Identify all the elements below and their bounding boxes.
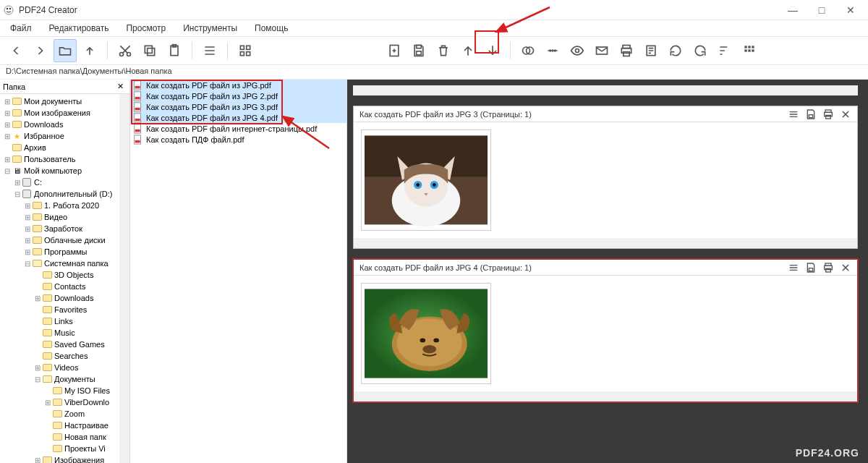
- tree-item[interactable]: Zoom: [0, 408, 129, 420]
- doc-save-icon[interactable]: [805, 262, 817, 273]
- tree-item[interactable]: ⊞ViberDownlo: [0, 396, 129, 408]
- expand-toggle[interactable]: ⊟: [3, 167, 12, 175]
- grid-view-button[interactable]: [234, 39, 257, 62]
- thumbnails-button[interactable]: [738, 39, 761, 62]
- expand-toggle[interactable]: ⊞: [33, 364, 42, 372]
- expand-toggle[interactable]: ⊞: [23, 213, 32, 221]
- rotate-ccw-button[interactable]: [664, 39, 687, 62]
- tree-item[interactable]: Saved Games: [0, 339, 129, 350]
- merge-button[interactable]: [516, 39, 540, 62]
- menu-view[interactable]: Просмотр: [119, 22, 173, 35]
- forward-button[interactable]: [29, 39, 52, 62]
- tree-item[interactable]: ⊞C:: [0, 177, 129, 188]
- folder-tree[interactable]: ⊞Мои документы⊞Мои изображения⊞Downloads…: [0, 94, 129, 463]
- file-list[interactable]: Как создать PDF файл из JPG.pdfКак созда…: [130, 80, 347, 463]
- file-item[interactable]: Как создать PDF файл из JPG.pdf: [130, 80, 346, 90]
- expand-toggle[interactable]: ⊞: [33, 456, 42, 464]
- tree-item[interactable]: ⊞1. Работа 2020: [0, 200, 129, 211]
- tree-item[interactable]: Архив: [0, 142, 129, 153]
- back-button[interactable]: [4, 39, 27, 62]
- file-item[interactable]: Как создать PDF файл из JPG 4.pdf: [130, 112, 346, 123]
- tree-item[interactable]: ⊞Видео: [0, 211, 129, 223]
- tree-item[interactable]: Contacts: [0, 281, 129, 292]
- preview-button[interactable]: [566, 39, 589, 62]
- tree-item[interactable]: ⊞Мои изображения: [0, 107, 129, 119]
- doc-menu-icon[interactable]: [788, 109, 799, 120]
- tree-item[interactable]: ⊞Мои документы: [0, 95, 129, 107]
- doc-save-icon[interactable]: [805, 109, 817, 120]
- menu-help[interactable]: Помощь: [247, 22, 295, 35]
- tree-item[interactable]: ⊞Изображения: [0, 454, 129, 463]
- menu-file[interactable]: Файл: [3, 22, 39, 35]
- doc-close-icon[interactable]: [840, 262, 851, 273]
- editor-scrollbar-top[interactable]: [353, 85, 858, 95]
- list-view-button[interactable]: [198, 39, 221, 62]
- document-panel[interactable]: Как создать PDF файл из JPG 4 (Страницы:…: [353, 259, 858, 402]
- tree-item[interactable]: ⊞Заработок: [0, 223, 129, 234]
- delete-button[interactable]: [432, 39, 455, 62]
- sidebar-scrollbar[interactable]: [119, 94, 129, 463]
- menu-edit[interactable]: Редактировать: [42, 22, 116, 35]
- tree-item[interactable]: ⊞Пользователь: [0, 153, 129, 165]
- email-button[interactable]: [590, 39, 613, 62]
- fax-button[interactable]: [639, 39, 663, 62]
- tree-item[interactable]: Проекты Vi: [0, 443, 129, 454]
- document-scrollbar[interactable]: [354, 238, 857, 248]
- expand-toggle[interactable]: ⊞: [13, 179, 22, 187]
- move-up-button[interactable]: [456, 39, 480, 62]
- rotate-cw-button[interactable]: [689, 39, 712, 62]
- expand-toggle[interactable]: ⊞: [23, 225, 32, 233]
- tree-item[interactable]: ⊞Downloads: [0, 119, 129, 130]
- tree-item[interactable]: ⊞Downloads: [0, 292, 129, 304]
- document-panel[interactable]: Как создать PDF файл из JPG 3 (Страницы:…: [353, 106, 858, 249]
- tree-item[interactable]: Links: [0, 315, 129, 327]
- doc-print-icon[interactable]: [822, 109, 834, 120]
- tree-item[interactable]: My ISO Files: [0, 385, 129, 396]
- expand-toggle[interactable]: ⊟: [23, 260, 32, 268]
- tree-item[interactable]: ⊟🖥Мой компьютер: [0, 165, 129, 177]
- doc-menu-icon[interactable]: [788, 262, 799, 273]
- file-item[interactable]: Как создать PDF файл интернет-страницы.p…: [130, 123, 346, 134]
- open-folder-button[interactable]: [54, 39, 77, 62]
- tree-item[interactable]: Favorites: [0, 304, 129, 315]
- tree-item[interactable]: ⊟Документы: [0, 373, 129, 385]
- page-thumbnail[interactable]: [361, 283, 491, 384]
- move-down-button[interactable]: [481, 39, 504, 62]
- expand-toggle[interactable]: ⊞: [3, 132, 12, 140]
- tree-item[interactable]: Music: [0, 327, 129, 339]
- tree-item[interactable]: ⊞Videos: [0, 362, 129, 373]
- expand-toggle[interactable]: ⊞: [3, 109, 12, 117]
- tree-item[interactable]: Настраивае: [0, 420, 129, 431]
- save-button[interactable]: [407, 39, 430, 62]
- expand-toggle[interactable]: ⊞: [23, 237, 32, 245]
- tree-item[interactable]: ⊞Облачные диски: [0, 234, 129, 246]
- expand-toggle[interactable]: ⊞: [33, 294, 42, 302]
- doc-print-icon[interactable]: [822, 262, 834, 273]
- expand-toggle[interactable]: ⊞: [43, 399, 52, 407]
- expand-toggle[interactable]: ⊞: [23, 248, 32, 256]
- tree-item[interactable]: ⊟Системная папка: [0, 258, 129, 269]
- close-button[interactable]: ✕: [836, 0, 865, 20]
- expand-toggle[interactable]: ⊞: [23, 202, 32, 210]
- print-button[interactable]: [615, 39, 638, 62]
- file-item[interactable]: Как создать ПДФ файл.pdf: [130, 134, 346, 145]
- document-scrollbar[interactable]: [354, 391, 857, 402]
- minimize-button[interactable]: —: [778, 0, 807, 20]
- page-thumbnail[interactable]: [361, 129, 491, 231]
- sort-button[interactable]: [713, 39, 736, 62]
- expand-toggle[interactable]: ⊞: [3, 156, 12, 163]
- tree-item[interactable]: Searches: [0, 350, 129, 362]
- expand-toggle[interactable]: ⊟: [13, 190, 22, 198]
- paste-button[interactable]: [163, 39, 186, 62]
- expand-toggle[interactable]: ⊞: [3, 98, 12, 106]
- doc-close-icon[interactable]: [840, 109, 851, 120]
- up-level-button[interactable]: [78, 39, 101, 62]
- split-button[interactable]: [541, 39, 564, 62]
- file-item[interactable]: Как создать PDF файл из JPG 2.pdf: [130, 90, 346, 101]
- tree-item[interactable]: 3D Objects: [0, 269, 129, 281]
- tree-item[interactable]: ⊞Программы: [0, 246, 129, 258]
- sidebar-close-button[interactable]: ✕: [114, 82, 127, 91]
- cut-button[interactable]: [114, 39, 137, 62]
- file-item[interactable]: Как создать PDF файл из JPG 3.pdf: [130, 101, 346, 112]
- menu-tools[interactable]: Инструменты: [176, 22, 244, 35]
